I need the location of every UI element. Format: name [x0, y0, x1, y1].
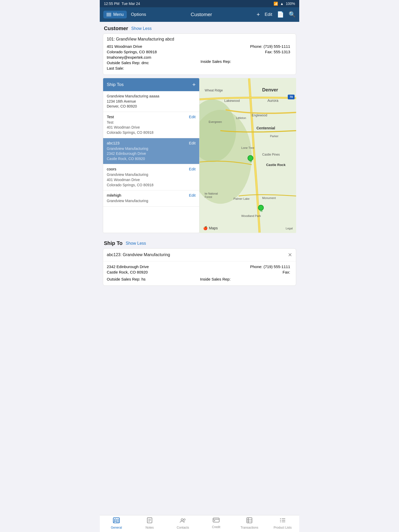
ship-to-detail-card: abc123: Grandview Manufacturing ✕ 2342 E…	[103, 248, 296, 286]
svg-text:Legal: Legal	[286, 227, 293, 230]
status-bar: 12:55 PM Tue Mar 24 📶 ▲ 100%	[100, 0, 299, 7]
customer-last-sale: Last Sale:	[107, 66, 198, 70]
battery-display: 100%	[286, 2, 295, 6]
signal-icon: ▲	[280, 2, 284, 6]
nav-title: Customer	[146, 12, 257, 17]
svg-text:Lakewood: Lakewood	[224, 99, 240, 103]
customer-phone: Phone: (719) 555-1111	[201, 44, 290, 49]
ship-to-detail-body: 2342 Edinburough Drive Castle Rock, CO 8…	[103, 261, 296, 285]
options-button[interactable]: Options	[131, 12, 146, 17]
map-svg: Denver Aurora Lakewood Wheat Ridge Everg…	[200, 78, 296, 233]
svg-text:Lone Tree: Lone Tree	[241, 146, 254, 149]
svg-text:Forest: Forest	[205, 196, 212, 198]
customer-id: 101: GrandView Manufacturing abcd	[107, 37, 292, 42]
ship-tos-list: Ship Tos + Grandview Manufacturing aaaaa…	[103, 78, 200, 233]
customer-show-less-button[interactable]: Show Less	[131, 26, 151, 31]
list-item[interactable]: milehigh Edit Grandview Manufacturing	[103, 190, 199, 207]
ship-tos-add-button[interactable]: +	[192, 81, 196, 88]
ship-to-detail-header: abc123: Grandview Manufacturing ✕	[103, 249, 296, 261]
svg-text:Wheat Ridge: Wheat Ridge	[205, 89, 223, 92]
ship-to-phone: Phone: (719) 555-1111	[200, 264, 290, 269]
customer-address1: 401 Woodman Drive	[107, 44, 198, 49]
menu-button[interactable]: Menu	[103, 11, 127, 18]
customer-card: 101: GrandView Manufacturing abcd 401 Wo…	[103, 34, 296, 75]
ship-to-fax: Fax:	[200, 270, 290, 274]
ship-to-address2: Castle Rock, CO 80920	[107, 270, 199, 274]
ship-to-item-header: Test Edit	[107, 115, 196, 119]
svg-text:Castle Pines: Castle Pines	[262, 153, 280, 156]
ship-tos-layout: Ship Tos + Grandview Manufacturing aaaaa…	[103, 78, 296, 233]
add-button[interactable]: +	[257, 11, 260, 18]
customer-fax: Fax: 555-1313	[201, 50, 290, 54]
svg-point-24	[250, 161, 252, 162]
svg-point-25	[260, 210, 263, 212]
list-item[interactable]: Grandview Manufacturing aaaaa1234 16th A…	[103, 91, 199, 112]
svg-text:Monument: Monument	[262, 196, 276, 200]
document-button[interactable]: 📄	[277, 11, 284, 18]
ship-to-item-header: coors Edit	[107, 167, 196, 171]
customer-info-right: Phone: (719) 555-1111 Fax: 555-1313 Insi…	[201, 44, 292, 71]
customer-address2: Colorado Springs, CO 80918	[107, 50, 198, 54]
time-display: 12:55 PM	[104, 2, 119, 6]
ship-to-show-less-button[interactable]: Show Less	[126, 241, 146, 246]
svg-text:🍎 Maps: 🍎 Maps	[203, 226, 218, 230]
ship-tos-header-label: Ship Tos	[107, 82, 124, 87]
menu-label: Menu	[113, 12, 124, 17]
svg-point-23	[258, 205, 263, 210]
ship-to-item-header: abc123 Edit	[107, 141, 196, 145]
ship-to-detail-right: Phone: (719) 555-1111 Fax: Inside Sales …	[200, 264, 292, 282]
ship-to-edit-button[interactable]: Edit	[189, 193, 196, 197]
search-button[interactable]: 🔍	[289, 11, 296, 18]
svg-text:Woodland Park: Woodland Park	[241, 214, 261, 217]
svg-text:Centennial: Centennial	[256, 126, 275, 130]
svg-text:Denver: Denver	[262, 87, 278, 92]
ship-to-edit-button[interactable]: Edit	[189, 167, 196, 171]
nav-bar: Menu Options Customer + Edit 📄 🔍	[100, 7, 299, 22]
svg-text:Parker: Parker	[270, 135, 278, 138]
ship-to-detail-left: 2342 Edinburough Drive Castle Rock, CO 8…	[107, 264, 199, 282]
ship-to-section-header: Ship To Show Less	[100, 237, 299, 248]
list-item[interactable]: coors Edit Grandview Manufacturing401 Wo…	[103, 164, 199, 190]
svg-text:Evergreen: Evergreen	[209, 120, 222, 123]
svg-text:Castle Rock: Castle Rock	[266, 163, 286, 167]
svg-text:ke National: ke National	[205, 192, 218, 195]
map-area: Denver Aurora Lakewood Wheat Ridge Everg…	[200, 78, 296, 233]
ship-to-close-button[interactable]: ✕	[288, 252, 292, 258]
customer-inside-sales-rep: Inside Sales Rep:	[201, 59, 290, 64]
ship-to-section-title: Ship To	[104, 240, 123, 246]
status-indicators: 📶 ▲ 100%	[274, 2, 295, 6]
customer-info-left: 401 Woodman Drive Colorado Springs, CO 8…	[107, 44, 198, 71]
ship-to-detail-grid: 2342 Edinburough Drive Castle Rock, CO 8…	[107, 264, 292, 282]
svg-point-22	[248, 156, 253, 161]
nav-actions: + Edit 📄 🔍	[257, 11, 296, 18]
customer-info-grid: 401 Woodman Drive Colorado Springs, CO 8…	[107, 44, 292, 71]
list-item[interactable]: Test Edit Test401 Woodman DriveColorado …	[103, 112, 199, 138]
svg-text:Palmer Lake: Palmer Lake	[234, 197, 250, 201]
svg-text:Englewood: Englewood	[252, 114, 267, 117]
ship-to-selected-id: abc123: Grandview Manufacturing	[107, 252, 170, 257]
list-item[interactable]: abc123 Edit Grandview Manufacturing2342 …	[103, 138, 199, 164]
ship-to-edit-button[interactable]: Edit	[189, 141, 196, 145]
wifi-icon: 📶	[274, 2, 278, 6]
hamburger-icon	[107, 13, 111, 16]
ship-tos-container: Ship Tos + Grandview Manufacturing aaaaa…	[103, 78, 296, 233]
customer-outside-sales-rep: Outside Sales Rep: dmc	[107, 61, 198, 65]
ship-to-edit-button[interactable]: Edit	[189, 115, 196, 119]
date-display: Tue Mar 24	[122, 2, 140, 6]
customer-section-title: Customer	[104, 25, 128, 31]
svg-text:Aurora: Aurora	[267, 98, 278, 103]
svg-text:70: 70	[290, 95, 293, 98]
status-time: 12:55 PM Tue Mar 24	[104, 2, 140, 6]
ship-tos-header: Ship Tos +	[103, 78, 199, 91]
ship-to-address1: 2342 Edinburough Drive	[107, 264, 199, 269]
ship-to-inside-sales-rep: Inside Sales Rep:	[200, 277, 290, 281]
ship-to-outside-sales-rep: Outside Sales Rep: hs	[107, 277, 199, 281]
customer-section-header: Customer Show Less	[100, 22, 299, 34]
svg-text:Littleton: Littleton	[236, 116, 246, 119]
main-content: Customer Show Less 101: GrandView Manufa…	[100, 22, 299, 307]
edit-button[interactable]: Edit	[265, 12, 272, 17]
customer-email: tmahoney@expertek.com	[107, 55, 198, 59]
ship-to-item-header: milehigh Edit	[107, 193, 196, 197]
